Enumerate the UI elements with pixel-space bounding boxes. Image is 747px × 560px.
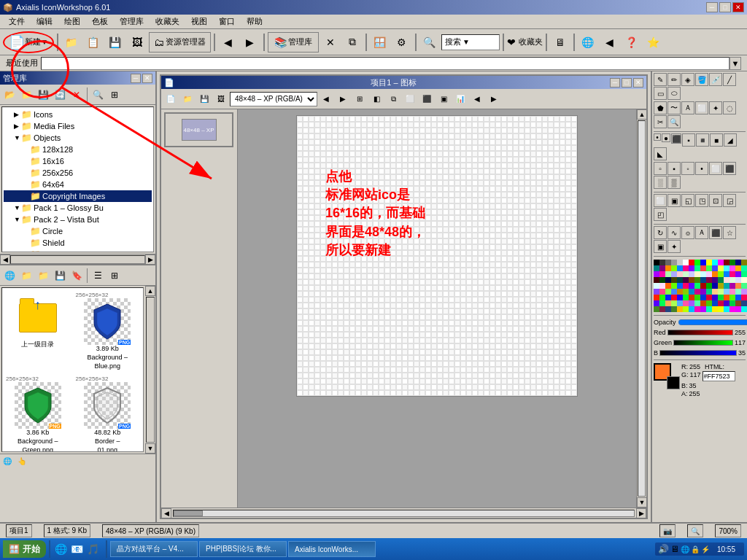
canvas-cell[interactable] bbox=[443, 198, 449, 203]
canvas-cell[interactable] bbox=[361, 326, 367, 332]
canvas-cell[interactable] bbox=[320, 133, 326, 139]
canvas-cell[interactable] bbox=[443, 291, 449, 297]
color-cell[interactable] bbox=[700, 306, 706, 312]
canvas-cell[interactable] bbox=[449, 303, 454, 308]
canvas-cell[interactable] bbox=[361, 157, 367, 163]
canvas-cell[interactable] bbox=[519, 390, 525, 396]
canvas-cell[interactable] bbox=[519, 116, 525, 122]
canvas-cell[interactable] bbox=[525, 273, 530, 279]
canvas-cell[interactable] bbox=[314, 128, 320, 133]
canvas-cell[interactable] bbox=[414, 373, 419, 378]
canvas-cell[interactable] bbox=[530, 139, 536, 145]
canvas-cell[interactable] bbox=[309, 221, 314, 227]
canvas-cell[interactable] bbox=[402, 133, 408, 139]
canvas-cell[interactable] bbox=[443, 384, 449, 390]
canvas-cell[interactable] bbox=[419, 373, 425, 378]
save-button[interactable]: 💾 bbox=[105, 32, 125, 52]
canvas-cell[interactable] bbox=[519, 384, 525, 390]
canvas-cell[interactable] bbox=[565, 320, 571, 326]
canvas-cell[interactable] bbox=[548, 291, 554, 297]
canvas-cell[interactable] bbox=[431, 373, 437, 378]
canvas-cell[interactable] bbox=[530, 116, 536, 122]
canvas-cell[interactable] bbox=[396, 384, 402, 390]
canvas-cell[interactable] bbox=[437, 361, 443, 367]
canvas-cell[interactable] bbox=[484, 186, 489, 192]
canvas-cell[interactable] bbox=[425, 250, 431, 256]
canvas-cell[interactable] bbox=[513, 244, 519, 250]
canvas-cell[interactable] bbox=[361, 244, 367, 250]
canvas-cell[interactable] bbox=[349, 285, 355, 291]
canvas-cell[interactable] bbox=[478, 238, 484, 244]
canvas-cell[interactable] bbox=[344, 180, 349, 186]
canvas-cell[interactable] bbox=[530, 209, 536, 215]
canvas-cell[interactable] bbox=[571, 250, 577, 256]
canvas-cell[interactable] bbox=[565, 338, 571, 343]
canvas-cell[interactable] bbox=[338, 373, 344, 378]
canvas-cell[interactable] bbox=[484, 233, 489, 238]
new-button[interactable]: 📄 新建 ▼ bbox=[3, 31, 54, 53]
canvas-cell[interactable] bbox=[530, 180, 536, 186]
canvas-cell[interactable] bbox=[513, 384, 519, 390]
canvas-cell[interactable] bbox=[478, 233, 484, 238]
canvas-cell[interactable] bbox=[384, 139, 390, 145]
canvas-cell[interactable] bbox=[402, 373, 408, 378]
canvas-cell[interactable] bbox=[530, 221, 536, 227]
canvas-cell[interactable] bbox=[489, 308, 495, 314]
canvas-cell[interactable] bbox=[454, 332, 460, 338]
canvas-cell[interactable] bbox=[507, 273, 513, 279]
tool-fill[interactable]: 🪣 bbox=[695, 73, 708, 86]
canvas-cell[interactable] bbox=[519, 291, 525, 297]
canvas-cell[interactable] bbox=[384, 326, 390, 332]
color-cell[interactable] bbox=[706, 295, 712, 300]
canvas-cell[interactable] bbox=[513, 326, 519, 332]
canvas-cell[interactable] bbox=[390, 338, 396, 343]
canvas-cell[interactable] bbox=[536, 268, 542, 273]
canvas-cell[interactable] bbox=[361, 256, 367, 262]
canvas-cell[interactable] bbox=[332, 361, 338, 367]
canvas-cell[interactable] bbox=[548, 367, 554, 373]
canvas-cell[interactable] bbox=[367, 320, 373, 326]
canvas-cell[interactable] bbox=[542, 303, 548, 308]
lib-refresh-btn[interactable]: 🔄 bbox=[52, 87, 68, 103]
canvas-cell[interactable] bbox=[548, 133, 554, 139]
canvas-cell[interactable] bbox=[525, 139, 530, 145]
canvas-cell[interactable] bbox=[536, 390, 542, 396]
canvas-cell[interactable] bbox=[320, 238, 326, 244]
canvas-cell[interactable] bbox=[379, 373, 384, 378]
canvas-cell[interactable] bbox=[344, 268, 349, 273]
canvas-cell[interactable] bbox=[425, 373, 431, 378]
canvas-cell[interactable] bbox=[384, 285, 390, 291]
canvas-cell[interactable] bbox=[361, 308, 367, 314]
canvas-cell[interactable] bbox=[489, 168, 495, 174]
canvas-cell[interactable] bbox=[425, 355, 431, 361]
canvas-cell[interactable] bbox=[548, 128, 554, 133]
color-cell[interactable] bbox=[665, 283, 671, 289]
canvas-cell[interactable] bbox=[437, 186, 443, 192]
canvas-cell[interactable] bbox=[396, 174, 402, 180]
canvas-cell[interactable] bbox=[373, 168, 379, 174]
canvas-cell[interactable] bbox=[489, 303, 495, 308]
canvas-cell[interactable] bbox=[565, 180, 571, 186]
canvas-cell[interactable] bbox=[396, 186, 402, 192]
canvas-cell[interactable] bbox=[320, 285, 326, 291]
canvas-cell[interactable] bbox=[419, 279, 425, 285]
menu-view[interactable]: 视图 bbox=[185, 15, 213, 28]
canvas-cell[interactable] bbox=[384, 186, 390, 192]
canvas-cell[interactable] bbox=[454, 145, 460, 151]
ql-media[interactable]: 🎵 bbox=[85, 542, 100, 556]
fx-opt8[interactable]: ✦ bbox=[667, 240, 681, 253]
canvas-cell[interactable] bbox=[309, 268, 314, 273]
color-cell[interactable] bbox=[741, 283, 747, 289]
canvas-cell[interactable] bbox=[478, 133, 484, 139]
canvas-cell[interactable] bbox=[367, 203, 373, 209]
canvas-cell[interactable] bbox=[408, 168, 414, 174]
canvas-cell[interactable] bbox=[443, 390, 449, 396]
tree-icons[interactable]: ▶ 📁 Icons bbox=[4, 109, 152, 120]
canvas-cell[interactable] bbox=[402, 378, 408, 384]
canvas-cell[interactable] bbox=[408, 163, 414, 168]
canvas-cell[interactable] bbox=[303, 256, 309, 262]
canvas-cell[interactable] bbox=[478, 390, 484, 396]
canvas-cell[interactable] bbox=[373, 133, 379, 139]
color-cell[interactable] bbox=[741, 295, 747, 300]
hscroll-right[interactable]: ▶ bbox=[145, 254, 155, 265]
